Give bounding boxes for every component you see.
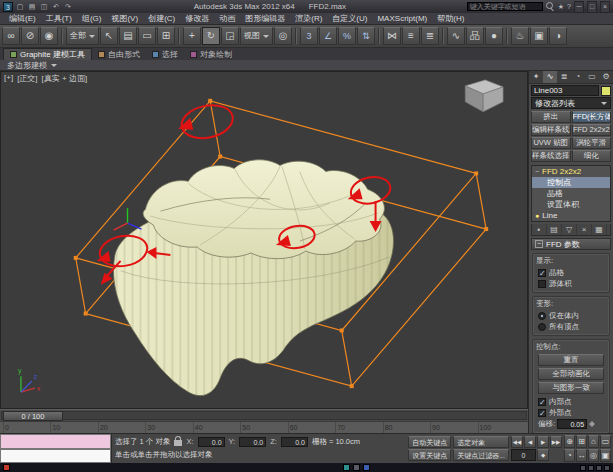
scale-icon[interactable]: ◲	[221, 27, 239, 45]
only-in-volume-radio[interactable]	[538, 312, 546, 320]
snap-percent-icon[interactable]: %	[338, 27, 356, 45]
modify-tab[interactable]: ∿	[543, 71, 557, 83]
modifier-button-uvw-map[interactable]: UVW 贴图	[531, 137, 571, 149]
menu-item-help[interactable]: 帮助(H)	[432, 13, 469, 24]
menu-item-modifiers[interactable]: 修改器	[180, 13, 214, 24]
orbit-icon[interactable]: ◎	[588, 449, 599, 462]
outside-points-checkbox[interactable]: ✓	[538, 409, 546, 417]
time-slider-handle[interactable]: 0 / 100	[3, 411, 63, 421]
conform-to-shape-button[interactable]: 与图形一致	[538, 382, 604, 394]
curve-editor-icon[interactable]: ∿	[447, 27, 465, 45]
time-slider[interactable]: 0 / 100	[0, 409, 528, 421]
prev-frame-button[interactable]: ◀	[524, 436, 536, 448]
stack-item-line[interactable]: ● Line	[532, 210, 610, 221]
menu-item-group[interactable]: 组(G)	[77, 13, 107, 24]
macro-recorder-line[interactable]	[0, 434, 111, 449]
menu-item-tools[interactable]: 工具(T)	[41, 13, 77, 24]
help-icon[interactable]: ?	[567, 2, 571, 12]
menu-item-views[interactable]: 视图(V)	[106, 13, 143, 24]
move-icon[interactable]: +	[183, 27, 201, 45]
zoom-icon[interactable]: ⊕	[564, 435, 575, 448]
menu-item-animation[interactable]: 动画	[214, 13, 240, 24]
align-icon[interactable]: ≡	[402, 27, 420, 45]
app-icon[interactable]: 3	[3, 2, 13, 12]
stack-item-control-points[interactable]: 控制点	[532, 177, 610, 188]
motion-tab[interactable]: ◔	[571, 71, 585, 83]
configure-modifier-sets-icon[interactable]: ▦	[592, 224, 607, 235]
viewport-menu-pov[interactable]: [正交]	[17, 73, 37, 84]
key-filters-button[interactable]: 关键点过滤器...	[453, 449, 509, 461]
taskbar-app-icon[interactable]	[3, 464, 10, 471]
next-frame-button[interactable]: ▶▶	[550, 436, 562, 448]
object-name-field[interactable]: Line003	[531, 85, 599, 96]
tray-icon[interactable]	[596, 465, 602, 471]
selection-filter-dropdown[interactable]: 全部	[66, 27, 99, 45]
rollout-header[interactable]: − FFD 参数	[531, 238, 611, 250]
bind-spacewarp-icon[interactable]: ◉	[40, 27, 58, 45]
render-frame-icon[interactable]: ▣	[530, 27, 548, 45]
go-start-button[interactable]: ◀◀	[511, 436, 523, 448]
polygon-modeling-panel[interactable]: 多边形建模	[7, 60, 47, 71]
source-volume-checkbox[interactable]	[538, 280, 546, 288]
schematic-view-icon[interactable]: 品	[466, 27, 484, 45]
x-coordinate-field[interactable]: 0.0	[198, 437, 225, 447]
tray-icon[interactable]	[580, 465, 586, 471]
show-end-result-icon[interactable]: ▤	[547, 224, 562, 235]
lock-selection-icon[interactable]	[174, 440, 182, 446]
modifier-button-turbosmooth[interactable]: 涡轮平滑	[572, 137, 612, 149]
link-icon[interactable]: ∞	[2, 27, 20, 45]
reset-button[interactable]: 重置	[538, 354, 604, 366]
viewport-menu-shading[interactable]: [真实 + 边面]	[42, 73, 88, 84]
offset-spinner[interactable]	[589, 418, 595, 430]
collapse-icon[interactable]: −	[535, 240, 543, 248]
auto-key-button[interactable]: 自动关键点	[408, 436, 451, 448]
menu-item-create[interactable]: 创建(C)	[143, 13, 180, 24]
modifier-button-ffd-box[interactable]: FFD(长方体)	[572, 111, 612, 123]
close-icon[interactable]: ×	[600, 1, 610, 13]
utilities-tab[interactable]: ⚙	[599, 71, 613, 83]
set-key-button[interactable]: 设置关键点	[408, 449, 451, 461]
viewcube[interactable]	[465, 80, 503, 112]
select-by-name-icon[interactable]: ▤	[119, 27, 137, 45]
perspective-viewport[interactable]: [+] [正交] [真实 + 边面]	[0, 71, 528, 409]
snap-spinner-icon[interactable]: ⇅	[357, 27, 375, 45]
bulb-icon[interactable]: ●	[535, 210, 539, 221]
expand-icon[interactable]: −	[535, 166, 539, 177]
material-editor-icon[interactable]: ●	[485, 27, 503, 45]
save-file-icon[interactable]: ◫	[39, 2, 49, 12]
inside-points-checkbox[interactable]: ✓	[538, 398, 546, 406]
ribbon-tab-selection[interactable]: 选择	[146, 48, 184, 60]
menu-item-rendering[interactable]: 渲染(R)	[290, 13, 327, 24]
taskbar-item[interactable]	[353, 464, 360, 471]
transform-axis-tripod[interactable]	[114, 208, 142, 230]
new-file-icon[interactable]: ▢	[15, 2, 25, 12]
y-coordinate-field[interactable]: 0.0	[239, 437, 266, 447]
menu-item-maxscript[interactable]: MAXScript(M)	[372, 14, 432, 23]
modifier-button-tessellate[interactable]: 细化	[572, 150, 612, 162]
remove-modifier-icon[interactable]: ×	[577, 224, 592, 235]
reference-coordinate-dropdown[interactable]: 视图	[240, 27, 273, 45]
play-button[interactable]: ▶	[537, 436, 549, 448]
pan-icon[interactable]: ↔	[576, 449, 587, 462]
stack-item-lattice[interactable]: 晶格	[532, 188, 610, 199]
ribbon-tab-object-paint[interactable]: 对象绘制	[184, 48, 238, 60]
modifier-button-extrude[interactable]: 挤出	[531, 111, 571, 123]
pin-stack-icon[interactable]: ▪	[532, 224, 547, 235]
fov-icon[interactable]: ◔	[564, 449, 575, 462]
listener-line[interactable]	[0, 449, 111, 464]
stack-item-ffd[interactable]: − FFD 2x2x2	[532, 166, 610, 177]
modifier-button-ffd-2x2x2[interactable]: FFD 2x2x2	[572, 124, 612, 136]
make-unique-icon[interactable]: ▽	[562, 224, 577, 235]
render-icon[interactable]: ◑	[549, 27, 567, 45]
undo-icon[interactable]: ↶	[51, 2, 61, 12]
display-tab[interactable]: ▭	[585, 71, 599, 83]
ribbon-tab-graphite[interactable]: Graphite 建模工具	[3, 48, 92, 60]
create-tab[interactable]: ✦	[529, 71, 543, 83]
modifier-button-spline-select[interactable]: 样条线选择	[531, 150, 571, 162]
object-color-swatch[interactable]	[601, 86, 611, 96]
maximize-icon[interactable]: □	[587, 1, 597, 13]
selected-mode-dropdown[interactable]: 选定对象	[453, 436, 509, 448]
minimize-icon[interactable]: ─	[574, 1, 584, 13]
frame-number-field[interactable]: 0	[511, 449, 536, 461]
ribbon-tab-freeform[interactable]: 自由形式	[92, 48, 146, 60]
